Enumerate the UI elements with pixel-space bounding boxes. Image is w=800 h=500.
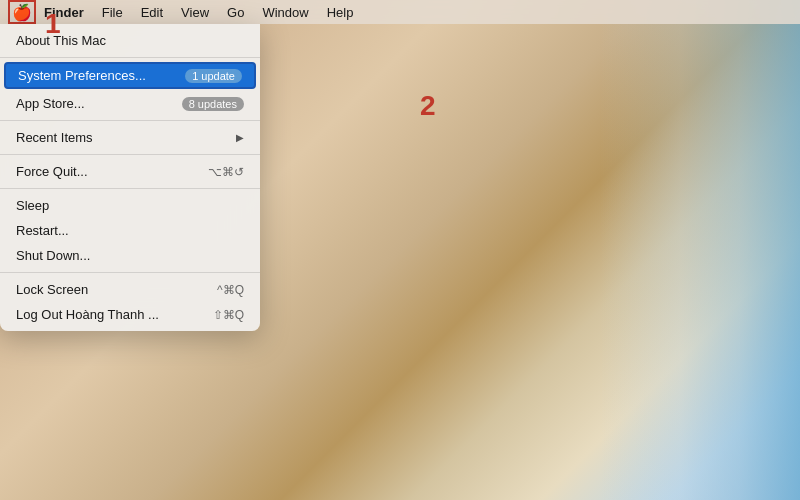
menubar-finder[interactable]: Finder xyxy=(36,3,92,22)
menu-item-lock-screen[interactable]: Lock Screen ^⌘Q xyxy=(0,277,260,302)
menubar-edit[interactable]: Edit xyxy=(133,3,171,22)
menu-item-force-quit[interactable]: Force Quit... ⌥⌘↺ xyxy=(0,159,260,184)
menubar-file[interactable]: File xyxy=(94,3,131,22)
logout-shortcut: ⇧⌘Q xyxy=(213,308,244,322)
force-quit-shortcut: ⌥⌘↺ xyxy=(208,165,244,179)
lock-screen-label: Lock Screen xyxy=(16,282,88,297)
menubar: 🍎 Finder File Edit View Go Window Help xyxy=(0,0,800,24)
menubar-window[interactable]: Window xyxy=(254,3,316,22)
restart-label: Restart... xyxy=(16,223,69,238)
menu-item-system-prefs[interactable]: System Preferences... 1 update xyxy=(4,62,256,89)
app-store-badge: 8 updates xyxy=(182,97,244,111)
apple-menu-button[interactable]: 🍎 xyxy=(8,0,36,24)
separator-1 xyxy=(0,57,260,58)
menu-item-app-store[interactable]: App Store... 8 updates xyxy=(0,91,260,116)
app-store-label: App Store... xyxy=(16,96,85,111)
shutdown-label: Shut Down... xyxy=(16,248,90,263)
logout-label: Log Out Hoàng Thanh ... xyxy=(16,307,159,322)
menu-item-recent-items[interactable]: Recent Items ▶ xyxy=(0,125,260,150)
recent-items-label: Recent Items xyxy=(16,130,93,145)
sleep-label: Sleep xyxy=(16,198,49,213)
system-prefs-badge: 1 update xyxy=(185,69,242,83)
system-prefs-label: System Preferences... xyxy=(18,68,146,83)
step-2-annotation: 2 xyxy=(420,90,436,122)
separator-2 xyxy=(0,120,260,121)
menu-item-logout[interactable]: Log Out Hoàng Thanh ... ⇧⌘Q xyxy=(0,302,260,327)
menu-item-about[interactable]: About This Mac xyxy=(0,28,260,53)
separator-5 xyxy=(0,272,260,273)
menubar-go[interactable]: Go xyxy=(219,3,252,22)
separator-3 xyxy=(0,154,260,155)
force-quit-label: Force Quit... xyxy=(16,164,88,179)
recent-items-arrow: ▶ xyxy=(236,132,244,143)
apple-dropdown-menu: About This Mac System Preferences... 1 u… xyxy=(0,24,260,331)
menubar-help[interactable]: Help xyxy=(319,3,362,22)
about-label: About This Mac xyxy=(16,33,106,48)
menubar-items: Finder File Edit View Go Window Help xyxy=(36,3,361,22)
menu-item-restart[interactable]: Restart... xyxy=(0,218,260,243)
menu-item-sleep[interactable]: Sleep xyxy=(0,193,260,218)
menubar-view[interactable]: View xyxy=(173,3,217,22)
apple-icon: 🍎 xyxy=(12,3,32,22)
desktop: 🍎 Finder File Edit View Go Window Help A… xyxy=(0,0,800,500)
lock-screen-shortcut: ^⌘Q xyxy=(217,283,244,297)
menu-item-shutdown[interactable]: Shut Down... xyxy=(0,243,260,268)
separator-4 xyxy=(0,188,260,189)
